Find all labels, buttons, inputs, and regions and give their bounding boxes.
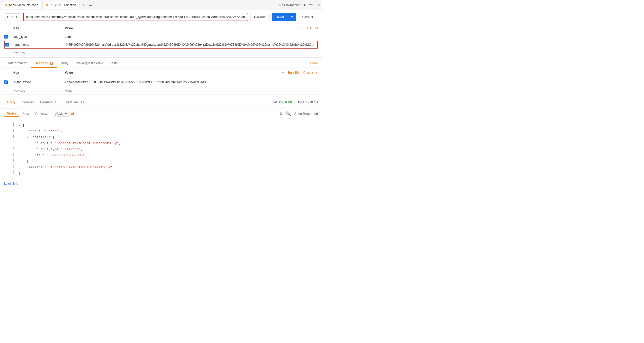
value-auth-type[interactable]: oauth	[64, 34, 318, 40]
resp-tab-body[interactable]: Body	[4, 98, 19, 106]
line-num-2: 2	[8, 128, 14, 134]
headers-key-label: Key	[12, 70, 64, 76]
method-selector[interactable]: GET ▼	[4, 13, 21, 21]
checkbox-authorization[interactable]	[4, 80, 8, 84]
line-content-8: "message": "function executed successful…	[19, 164, 314, 170]
word-wrap-button[interactable]: ⇌	[71, 111, 75, 117]
line-content-3: ▾ "details": {	[19, 134, 314, 140]
line-num-1: 1	[8, 122, 14, 128]
response-header: Body Cookies Headers (18) Test Results S…	[0, 96, 322, 108]
chevron-down-icon: ▼	[303, 3, 306, 7]
send-dropdown-icon[interactable]: ▼	[288, 13, 296, 21]
code-line-2: 2 "code": "success",	[8, 128, 314, 134]
key-arguments[interactable]: arguments	[13, 42, 65, 48]
new-value-input[interactable]	[64, 50, 318, 55]
resp-tab-test-results[interactable]: Test Results	[62, 98, 87, 106]
code-line-8: 8 "message": "function executed successf…	[8, 164, 314, 170]
more-tabs-button[interactable]: ···	[87, 2, 94, 8]
tab-authorization[interactable]: Authorization	[4, 59, 31, 68]
body-section: Pretty Raw Preview JSON ▼ ⇌ ⧉ 🔍 Save Res…	[0, 108, 322, 180]
eye-icon[interactable]: 👁	[309, 3, 313, 7]
line-num-4: 4	[8, 140, 14, 146]
tab-body[interactable]: Body	[57, 59, 72, 68]
tab-pre-request-script[interactable]: Pre-request Script	[72, 59, 106, 68]
footer[interactable]: kofein.info	[0, 180, 322, 188]
tab-nav-right: Code	[310, 61, 318, 65]
json-format-selector[interactable]: JSON ▼	[53, 111, 70, 117]
header-row-authorization: Authorization Zoho-oauthtoken 1000.86074…	[4, 78, 318, 87]
key-authorization[interactable]: Authorization	[12, 79, 64, 85]
env-selector[interactable]: No Environment ▼	[279, 3, 306, 7]
checkbox-arguments[interactable]	[5, 43, 9, 47]
check-authorization[interactable]	[4, 80, 12, 84]
url-input[interactable]	[23, 13, 248, 21]
params-actions: ··· Bulk Edit	[297, 26, 318, 31]
tab-label-1: https://accounts.zoho	[9, 3, 38, 7]
new-header-value-input[interactable]	[64, 88, 318, 94]
headers-table-header: Key Value ··· Bulk Edit Presets ▼	[4, 68, 318, 78]
tab-accounts-zoho[interactable]: https://accounts.zoho	[2, 1, 41, 9]
code-line-6: 6 "id": "63095000000077006"	[8, 152, 314, 158]
resp-tab-cookies[interactable]: Cookies	[19, 98, 37, 106]
save-response-button[interactable]: Save Response	[294, 112, 318, 116]
header-key-label: Key	[12, 25, 64, 31]
header-value-label: Value	[64, 25, 297, 31]
search-button[interactable]: 🔍	[286, 111, 291, 116]
headers-bulk-edit[interactable]: Bulk Edit	[288, 71, 300, 75]
value-authorization[interactable]: Zoho-oauthtoken 1000.8607494449c8bc1e392…	[64, 79, 318, 85]
json-chevron-icon: ▼	[64, 112, 67, 116]
tab-tests[interactable]: Tests	[106, 59, 121, 68]
tab-rest-api[interactable]: REST API Function	[42, 1, 79, 9]
copy-button[interactable]: ⧉	[280, 112, 283, 116]
headers-badge: 1	[50, 62, 54, 65]
resp-headers-label: Headers (18)	[40, 100, 59, 104]
resp-tab-headers[interactable]: Headers (18)	[37, 98, 62, 106]
new-header-key-input[interactable]	[12, 88, 64, 94]
code-line-3: 3 ▾ "details": {	[8, 134, 314, 140]
status-value: 200 OK	[282, 100, 292, 104]
value-arguments[interactable]: %7B%0D%0A%09%22emailAddress%22%3A%22abc%…	[65, 42, 317, 48]
save-label: Save	[302, 15, 310, 19]
code-link[interactable]: Code	[310, 61, 318, 65]
check-arguments[interactable]	[5, 43, 13, 47]
code-line-5: 5 "output_type": "string",	[8, 146, 314, 152]
collapse-1[interactable]: ▾	[19, 123, 21, 127]
query-params-table: Key Value ··· Bulk Edit auth_type oauth …	[0, 24, 322, 57]
collapse-3[interactable]: ▾	[26, 135, 29, 139]
line-content-7: },	[19, 158, 314, 164]
chevron-down-icon: ▼	[15, 15, 18, 19]
body-tab-pretty[interactable]: Pretty	[4, 110, 19, 117]
line-content-2: "code": "success",	[19, 128, 314, 134]
send-button[interactable]: Send ▼	[272, 13, 296, 21]
json-code-area: 1 ▾ { 2 "code": "success", 3 ▾ "details"…	[4, 119, 318, 180]
line-content-1: ▾ {	[19, 122, 314, 128]
params-button[interactable]: Params	[250, 13, 270, 21]
param-row-auth-type: auth_type oauth	[4, 33, 318, 41]
new-key-input[interactable]	[12, 50, 64, 55]
gear-icon[interactable]: ⚙	[316, 3, 320, 7]
param-row-arguments: arguments %7B%0D%0A%09%22emailAddress%22…	[4, 41, 318, 49]
bulk-edit-link[interactable]: Bulk Edit	[306, 26, 318, 30]
params-header: Key Value ··· Bulk Edit	[4, 24, 318, 33]
checkbox-auth-type[interactable]	[4, 35, 8, 39]
check-auth-type[interactable]	[4, 35, 12, 39]
presets-button[interactable]: Presets ▼	[303, 71, 318, 75]
line-num-9: 9	[8, 170, 14, 176]
time-label: Time: 1970 ms	[298, 100, 318, 104]
params-more-icon[interactable]: ···	[297, 26, 302, 31]
add-tab-button[interactable]: +	[80, 2, 87, 8]
save-button[interactable]: Save ▼	[298, 13, 318, 21]
tab-headers[interactable]: Headers 1	[31, 59, 57, 68]
time-value: 1970 ms	[306, 100, 318, 104]
code-line-4: 4 "output": "Consent form sent successfu…	[8, 140, 314, 146]
footer-link[interactable]: kofein.info	[4, 182, 18, 186]
headers-tab-label: Headers	[34, 61, 48, 65]
line-num-7: 7	[8, 158, 14, 164]
body-tab-raw[interactable]: Raw	[20, 111, 32, 117]
new-header-row	[4, 87, 318, 95]
key-auth-type[interactable]: auth_type	[12, 34, 64, 40]
body-tab-preview[interactable]: Preview	[33, 111, 50, 117]
tests-tab-label: Tests	[110, 61, 118, 65]
headers-more-icon[interactable]: ···	[280, 70, 285, 75]
line-content-5: "output_type": "string",	[19, 146, 314, 152]
